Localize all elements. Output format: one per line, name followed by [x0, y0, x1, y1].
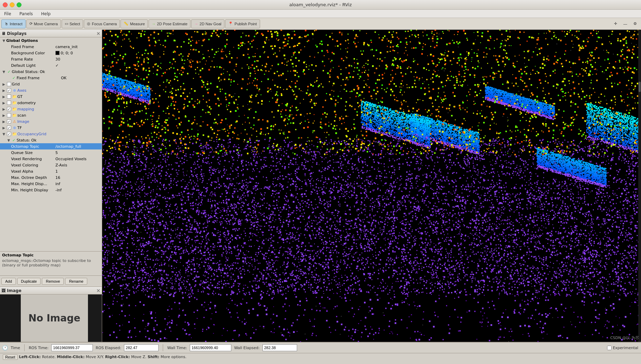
fixed-frame-status-value: OK: [61, 76, 101, 80]
measure-button[interactable]: 📏 Measure: [121, 19, 148, 28]
bg-color-row[interactable]: Background Color 0; 0; 0: [0, 50, 102, 56]
gear-icon: ⚙: [633, 21, 637, 26]
fixed-frame-row[interactable]: Fixed Frame camera_init: [0, 44, 102, 50]
pointcloud-canvas[interactable]: [102, 30, 641, 342]
3d-viewport[interactable]: CSDN @以-为尽: [102, 30, 641, 342]
voxel-coloring-row[interactable]: Voxel Coloring Z-Axis: [0, 162, 102, 168]
duplicate-button[interactable]: Duplicate: [17, 278, 41, 285]
grid-row[interactable]: ▶ Grid: [0, 81, 102, 87]
image-display-area: No Image: [0, 294, 102, 342]
move-camera-button[interactable]: ⟳ Move Camera: [26, 19, 61, 28]
wall-time-input[interactable]: [190, 344, 231, 351]
frame-rate-value[interactable]: 30: [55, 57, 101, 62]
viewport-scrollbar[interactable]: [638, 30, 641, 342]
gt-row[interactable]: ▶ 📁 GT: [0, 93, 102, 100]
watermark: CSDN @以-为尽: [610, 335, 639, 340]
menu-panels[interactable]: Panels: [18, 11, 34, 17]
max-octree-depth-row[interactable]: Max. Octree Depth 16: [0, 174, 102, 181]
window-title: aloam_velodyne.rviz* - RViz: [289, 2, 352, 7]
voxel-alpha-value[interactable]: 1: [55, 169, 101, 174]
fixed-frame-status-row[interactable]: ✓ Fixed Frame OK: [0, 75, 102, 81]
tf-check[interactable]: ✓: [6, 126, 12, 130]
middle-click-label: Middle-Click:: [57, 355, 84, 359]
settings-button[interactable]: ⚙: [631, 19, 640, 28]
status-ok-row[interactable]: ▼ ✓ Status: Ok: [0, 137, 102, 143]
image-label: Image: [17, 119, 62, 124]
image-row[interactable]: ▶ ✓ ⚠ Image: [0, 118, 102, 125]
tf-row[interactable]: ▶ ✓ ⊕ TF: [0, 125, 102, 131]
add-button[interactable]: Add: [1, 278, 16, 285]
menu-file[interactable]: File: [3, 11, 12, 17]
odometry-row[interactable]: ▶ 📁 odometry: [0, 100, 102, 106]
odometry-check[interactable]: [6, 101, 12, 105]
voxel-coloring-value[interactable]: Z-Axis: [55, 163, 101, 167]
frame-rate-row[interactable]: Frame Rate 30: [0, 56, 102, 62]
bg-color-value[interactable]: 0; 0; 0: [55, 51, 101, 55]
ros-elapsed-input[interactable]: [124, 344, 159, 351]
octomap-topic-row[interactable]: Octomap Topic /octomap_full: [0, 143, 102, 149]
image-panel-close[interactable]: ✕: [96, 288, 100, 293]
min-height-display-value[interactable]: -inf: [55, 188, 101, 192]
max-height-disp-value[interactable]: inf: [55, 182, 101, 186]
focus-camera-button[interactable]: ◎ Focus Camera: [84, 19, 120, 28]
minimize-button[interactable]: [10, 2, 15, 7]
menubar: File Panels Help: [0, 10, 641, 18]
ros-time-input[interactable]: [51, 344, 93, 351]
axes-label: Axes: [17, 88, 62, 93]
left-click-desc: Rotate.: [42, 355, 57, 359]
image-check[interactable]: ✓: [6, 119, 12, 124]
queue-size-row[interactable]: Queue Size 5: [0, 149, 102, 156]
window-controls[interactable]: [3, 2, 21, 7]
axes-row[interactable]: ▶ ✓ ⊕ Axes: [0, 87, 102, 93]
mapping-check[interactable]: ✓: [6, 107, 12, 111]
grid-check[interactable]: [6, 82, 12, 86]
global-options-row[interactable]: ▼ Global Options: [0, 37, 102, 44]
maximize-button[interactable]: [17, 2, 21, 7]
gt-check[interactable]: [6, 94, 12, 99]
default-light-row[interactable]: Default Light ✓: [0, 62, 102, 69]
wall-elapsed-input[interactable]: [262, 344, 297, 351]
octomap-topic-value[interactable]: /octomap_full: [55, 144, 101, 149]
experimental-checkbox[interactable]: [607, 346, 612, 350]
interact-button[interactable]: 🖱 Interact: [1, 19, 26, 28]
select-button[interactable]: ▭ Select: [62, 19, 83, 28]
scan-check[interactable]: [6, 113, 12, 117]
remove-button[interactable]: Remove: [42, 278, 64, 285]
voxel-rendering-row[interactable]: Voxel Rendering Occupied Voxels: [0, 156, 102, 162]
octomap-topic-label: Octomap Topic: [11, 144, 55, 149]
shift-label: Shift:: [148, 355, 159, 359]
global-status-row[interactable]: ▼ ✓ Global Status: Ok: [0, 69, 102, 75]
minus-icon: —: [623, 22, 627, 26]
global-options-expander[interactable]: ▼: [1, 39, 6, 43]
odometry-folder-icon: 📁: [12, 101, 17, 105]
fixed-frame-value[interactable]: camera_init: [55, 45, 101, 49]
publish-point-icon: 📍: [228, 21, 233, 26]
pose-estimate-button[interactable]: → 2D Pose Estimate: [149, 19, 190, 28]
mapping-row[interactable]: ▶ ✓ 📁 mapping: [0, 106, 102, 112]
default-light-value[interactable]: ✓: [55, 63, 101, 68]
scrollbar-thumb[interactable]: [639, 82, 641, 92]
nav-goal-button[interactable]: → 2D Nav Goal: [191, 19, 224, 28]
scan-row[interactable]: ▶ 📁 scan: [0, 112, 102, 118]
displays-panel-close[interactable]: ✕: [96, 31, 100, 36]
rename-button[interactable]: Rename: [65, 278, 87, 285]
bg-color-label: Background Color: [11, 51, 55, 55]
voxel-rendering-value[interactable]: Occupied Voxels: [55, 157, 101, 161]
max-height-disp-row[interactable]: Max. Height Disp... inf: [0, 181, 102, 187]
axes-check[interactable]: ✓: [6, 88, 12, 92]
helpbar: Reset Left-Click: Rotate. Middle-Click: …: [0, 353, 641, 361]
min-height-display-row[interactable]: Min. Height Display -inf: [0, 187, 102, 193]
queue-size-value[interactable]: 5: [55, 151, 101, 155]
occupancygrid-row[interactable]: ▼ ✓ 📁 OccupancyGrid: [0, 131, 102, 137]
reset-button[interactable]: Reset: [3, 354, 18, 360]
displays-tree[interactable]: ▼ Global Options Fixed Frame camera_init…: [0, 37, 102, 251]
close-button[interactable]: [3, 2, 8, 7]
axes-display-button[interactable]: ✛: [611, 19, 620, 28]
menu-help[interactable]: Help: [40, 11, 52, 17]
occupancygrid-check[interactable]: ✓: [6, 132, 12, 136]
voxel-alpha-row[interactable]: Voxel Alpha 1: [0, 168, 102, 174]
experimental-area: Experimental: [607, 346, 638, 350]
minus-button[interactable]: —: [621, 19, 630, 28]
max-octree-depth-value[interactable]: 16: [55, 175, 101, 180]
publish-point-button[interactable]: 📍 Publish Point: [225, 19, 260, 28]
